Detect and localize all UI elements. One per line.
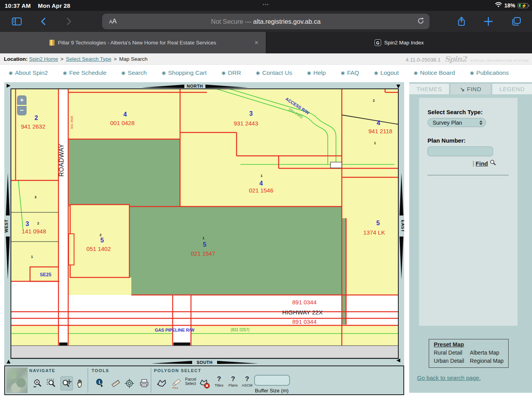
overview-thumbnail[interactable] <box>6 367 28 393</box>
sidebar-tab-find[interactable]: ↘FIND <box>451 84 490 94</box>
back-button[interactable] <box>39 17 48 26</box>
map-label: 2 <box>373 99 375 102</box>
parcel-select-highlighter-icon[interactable] <box>170 376 183 390</box>
map-label: 941 2632 <box>21 123 46 130</box>
map-label: 901 2505 <box>70 116 74 129</box>
menu-item-publications[interactable]: ◉Publications <box>470 69 509 76</box>
pan-hand-tool-icon[interactable] <box>74 376 87 390</box>
preset-urban-detail[interactable]: Urban Detail <box>434 358 465 364</box>
find-sidebar: THEMES↘FINDLEGEND Select Search Type: Su… <box>409 82 532 393</box>
search-type-select[interactable]: Survey Plan <box>428 118 486 127</box>
clock: 10:37 AM <box>5 2 31 9</box>
navigate-section-label: NAVIGATE <box>29 368 55 373</box>
plan-number-input[interactable] <box>428 147 493 156</box>
menu-item-contact-us[interactable]: ◉Contact Us <box>256 69 292 76</box>
close-tab-icon[interactable]: ✕ <box>253 39 260 47</box>
tabs-overview-icon[interactable] <box>511 17 521 26</box>
tab-title: Spin2 Map Index <box>384 40 424 46</box>
multitask-dots-icon[interactable]: ••• <box>263 2 269 7</box>
map-label: 3 <box>26 221 29 227</box>
map-label: 2 <box>37 221 39 225</box>
map-label: NORTH <box>187 84 203 88</box>
address-bar[interactable]: AA Not Secure — alta.registries.gov.ab.c… <box>102 14 429 29</box>
map-label: 3 <box>249 110 253 117</box>
go-back-link[interactable]: Go back to search page. <box>417 374 481 381</box>
map-zoom-out-button[interactable]: − <box>17 106 27 115</box>
map-viewport[interactable]: 2941 26324001 04283931 244324941 2118114… <box>4 82 404 366</box>
tab-bar: Pillar 9 Technologies - Alberta's New Ho… <box>0 32 532 53</box>
tab-spin2-map-index[interactable]: G Spin2 Map Index <box>266 32 532 53</box>
menu-item-fee-schedule[interactable]: ◉Fee Schedule <box>63 69 106 76</box>
sidebar-tab-themes[interactable]: THEMES <box>409 84 449 94</box>
map-label: 4 <box>377 120 380 126</box>
site-menu: ◉About Spin2◉Fee Schedule◉Search◉Shoppin… <box>0 65 532 81</box>
menu-bullet-icon: ◉ <box>9 70 12 76</box>
menu-bullet-icon: ◉ <box>374 70 378 76</box>
map-label: HIGHWAY 22X <box>282 309 323 316</box>
map-label: 891 0344 <box>292 299 317 305</box>
buffer-size-label: Buffer Size (m) <box>255 388 288 394</box>
menu-item-logout[interactable]: ◉Logout <box>374 69 399 76</box>
center-map-tool-icon[interactable] <box>123 376 136 390</box>
clear-polygon-tool-icon[interactable] <box>198 376 211 390</box>
map-label: 1 <box>202 236 204 240</box>
polygon-select-tool-icon[interactable] <box>156 376 168 390</box>
menu-item-notice-board[interactable]: ◉Notice Board <box>414 69 455 76</box>
find-magnifier-icon[interactable] <box>490 159 496 167</box>
share-icon[interactable] <box>457 16 466 26</box>
map-label: 5 <box>101 237 104 244</box>
parcel-select-label[interactable]: Parcel Select <box>185 377 196 386</box>
buffer-size-input[interactable] <box>254 375 290 386</box>
map-label: WEST <box>4 219 9 233</box>
menu-item-about-spin2[interactable]: ◉About Spin2 <box>9 69 48 76</box>
map-label: 4 <box>124 111 127 118</box>
measure-tool-icon[interactable] <box>110 376 122 390</box>
map-label: 021 1547 <box>191 250 216 257</box>
preset-regional-map[interactable]: Regional Map <box>470 358 504 364</box>
print-tool-icon[interactable] <box>138 376 150 390</box>
menu-bullet-icon: ◉ <box>341 70 345 76</box>
breadcrumb-bar: Location: Spin2 Home > Select Search Typ… <box>0 53 532 65</box>
status-date: Mon Apr 28 <box>38 2 70 9</box>
spin2-logo: Spin2 <box>445 55 467 63</box>
battery-icon: ⚡ <box>518 3 528 8</box>
map-label: 4 <box>260 180 263 187</box>
map-label: ROADWAY <box>58 144 65 177</box>
query-plans-button[interactable]: ?Plans <box>226 376 240 387</box>
find-button[interactable]: Find <box>475 160 488 167</box>
menu-item-search[interactable]: ◉Search <box>121 69 147 76</box>
preset-rural-detail[interactable]: Rural Detail <box>434 350 465 356</box>
map-label: 051 1402 <box>87 245 111 252</box>
menu-item-drr[interactable]: ◉DRR <box>221 69 241 76</box>
menu-item-shopping-cart[interactable]: ◉Shopping Cart <box>162 69 207 76</box>
breadcrumb-select-search-type[interactable]: Select Search Type <box>66 56 111 62</box>
identify-tool-icon[interactable]: i <box>94 376 106 390</box>
sidebar-toggle-icon[interactable] <box>12 17 22 26</box>
map-label: 1 <box>374 141 376 145</box>
reload-icon[interactable] <box>417 17 424 26</box>
forward-button[interactable] <box>64 17 73 26</box>
polygon-section-label: POLYGON SELECT <box>154 368 201 373</box>
new-tab-icon[interactable] <box>484 17 493 26</box>
map-zoom-in-button[interactable]: + <box>17 95 27 105</box>
tab-pillar9[interactable]: Pillar 9 Technologies - Alberta's New Ho… <box>0 32 266 53</box>
zoom-box-tool-icon[interactable] <box>45 376 58 390</box>
map-label: GAS PIPELINE R/W <box>155 328 194 332</box>
map-label: 021 1546 <box>249 187 274 194</box>
map-label: (831 0257) <box>231 328 249 332</box>
zoom-inout-tool-icon[interactable] <box>32 376 44 390</box>
menu-item-faq[interactable]: ◉FAQ <box>341 69 359 76</box>
query-ascm-button[interactable]: ?ASCM <box>240 376 254 387</box>
zoom-pan-tool-icon[interactable] <box>60 376 73 390</box>
map-label: 2 <box>35 115 38 121</box>
sidebar-tab-legend[interactable]: LEGEND <box>492 84 532 94</box>
find-panel: Select Search Type: Survey Plan Plan Num… <box>419 98 518 326</box>
menu-item-help[interactable]: ◉Help <box>307 69 326 76</box>
preset-alberta-map[interactable]: Alberta Map <box>470 350 504 356</box>
preset-map-options: Rural DetailAlberta MapUrban DetailRegio… <box>434 350 504 364</box>
query-titles-button[interactable]: ?Titles <box>212 376 226 387</box>
parcel-map[interactable]: 2941 26324001 04283931 244324941 2118114… <box>4 82 404 366</box>
battery-percent: 18% <box>504 2 515 9</box>
map-label: 2 <box>99 233 101 237</box>
breadcrumb-spin2-home[interactable]: Spin2 Home <box>29 56 58 62</box>
